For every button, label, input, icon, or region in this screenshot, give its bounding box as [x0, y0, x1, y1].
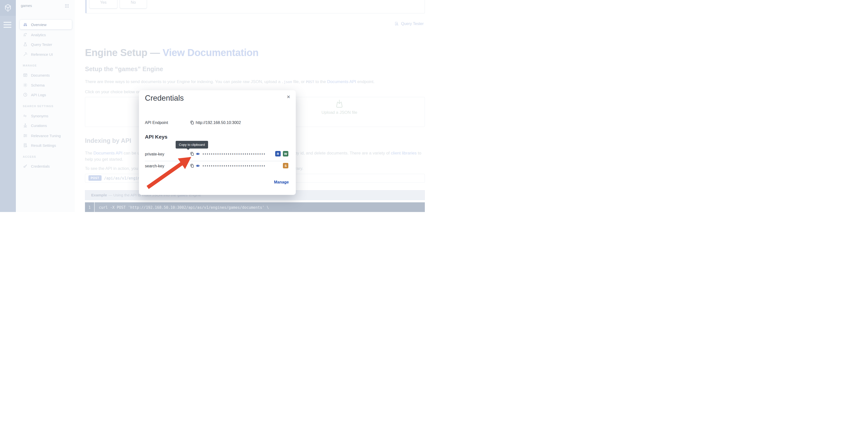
magic-wand-icon [23, 52, 28, 57]
clock-icon [23, 92, 28, 97]
sidebar-item-label: Query Tester [31, 43, 52, 47]
row-divider [145, 161, 290, 161]
sidebar-item-analytics[interactable]: Analytics [20, 30, 72, 39]
sidebar-section-access: ACCESS [23, 155, 36, 158]
show-private-key-eye-icon[interactable] [196, 152, 200, 156]
document-list-icon [23, 73, 28, 78]
yes-button[interactable]: Yes [89, 0, 117, 8]
sidebar-item-label: Credentials [31, 164, 50, 168]
upload-tray-icon [335, 100, 344, 108]
sliders-icon [23, 133, 28, 138]
search-key-label: search-key [145, 164, 164, 168]
left-rail [0, 0, 16, 212]
sidebar-item-curations[interactable]: Curations [20, 121, 72, 130]
post-code: POST [306, 80, 314, 84]
sidebar-item-label: Documents [31, 73, 50, 77]
sort-up-icon [23, 123, 28, 128]
cube-logo-icon [3, 3, 12, 12]
sidebar-item-documents[interactable]: Documents [20, 70, 72, 80]
indexing-heading: Indexing by API [85, 137, 131, 144]
show-search-key-eye-icon[interactable] [196, 164, 200, 168]
documents-api-link[interactable]: Documents API [327, 79, 356, 84]
sidebar-item-reference-ui[interactable]: Reference UI [20, 50, 72, 59]
line-number: 1 [85, 202, 95, 212]
sidebar-item-overview[interactable]: Overview [20, 20, 72, 29]
json-ext-code: .json [282, 80, 292, 84]
app-window: games Overview Analytics Qu [0, 0, 434, 212]
sidebar: games Overview Analytics Qu [16, 0, 75, 212]
document-gear-icon [23, 143, 28, 148]
sidebar-item-schema[interactable]: Schema [20, 80, 72, 90]
app-logo[interactable] [0, 0, 16, 16]
credentials-modal: Credentials ✕ API Endpoint http://192.16… [139, 90, 296, 195]
client-libraries-link[interactable]: client libraries [391, 151, 417, 156]
sidebar-item-label: API Logs [31, 93, 46, 97]
key-icon [23, 164, 28, 169]
engine-title: games [21, 3, 32, 8]
sidebar-item-label: Schema [31, 83, 44, 87]
intro-paragraph: There are three ways to send documents t… [85, 79, 425, 85]
sidebar-item-relevance-tuning[interactable]: Relevance Tuning [20, 131, 72, 140]
sidebar-item-label: Overview [31, 23, 46, 27]
gear-icon [23, 83, 28, 87]
binoculars-icon [23, 22, 28, 27]
sidebar-item-label: Synonyms [31, 114, 48, 118]
close-icon[interactable]: ✕ [287, 94, 290, 100]
waves-icon [23, 113, 28, 118]
sidebar-item-query-tester[interactable]: Query Tester [20, 40, 72, 49]
apps-grid-icon[interactable] [65, 4, 69, 8]
write-badge: W [283, 151, 288, 157]
copy-private-key-icon[interactable] [190, 151, 194, 156]
sidebar-item-credentials[interactable]: Credentials [20, 162, 72, 171]
sidebar-section-search-settings: SEARCH SETTINGS [23, 105, 54, 108]
read-badge: R [275, 151, 281, 157]
no-button[interactable]: No [120, 0, 147, 8]
query-tester-link[interactable]: Query Tester [394, 21, 424, 26]
document-magnifier-icon [394, 21, 399, 26]
copy-tooltip: Copy to clipboard [176, 141, 208, 148]
upload-json-label: Upload a JSON file [305, 110, 374, 115]
curl-command: curl -X POST 'http://192.168.50.10:3002/… [99, 205, 269, 210]
sidebar-item-label: Relevance Tuning [31, 134, 61, 138]
copy-search-key-icon[interactable] [190, 163, 194, 168]
private-key-masked-value: •••••••••••••••••••••••••••••• [203, 152, 266, 156]
search-key-masked-value: •••••••••••••••••••••••••••••• [203, 164, 266, 168]
sidebar-section-manage: MANAGE [23, 64, 37, 67]
upload-json-option[interactable]: Upload a JSON file [305, 100, 374, 115]
sidebar-item-label: Reference UI [31, 52, 53, 57]
search-badge: S [283, 163, 288, 168]
sidebar-item-result-settings[interactable]: Result Settings [20, 141, 72, 150]
sidebar-item-api-logs[interactable]: API Logs [20, 90, 72, 100]
menu-icon[interactable] [3, 22, 11, 28]
private-key-label: private-key [145, 152, 164, 157]
page-title: Engine Setup — View Documentation [85, 47, 259, 58]
sidebar-item-label: Result Settings [31, 143, 56, 147]
api-keys-heading: API Keys [145, 134, 167, 140]
sidebar-item-label: Analytics [31, 33, 46, 37]
curl-code-block: 1 curl -X POST 'http://192.168.50.10:300… [85, 202, 425, 212]
api-endpoint-value: http://192.168.50.10:3002 [196, 120, 241, 125]
copy-endpoint-icon[interactable] [190, 120, 194, 125]
query-tester-label: Query Tester [401, 22, 424, 26]
analytics-chart-icon [23, 32, 28, 37]
manage-link[interactable]: Manage [274, 180, 289, 185]
sidebar-item-synonyms[interactable]: Synonyms [20, 111, 72, 120]
setup-heading: Setup the “games” Engine [85, 65, 163, 73]
modal-title: Credentials [145, 94, 184, 103]
documents-api-link-2[interactable]: Documents API [93, 151, 122, 156]
view-documentation-link[interactable]: View Documentation [162, 47, 258, 58]
api-endpoint-label: API Endpoint [145, 120, 168, 125]
beaker-icon [23, 42, 28, 47]
sidebar-item-label: Curations [31, 123, 47, 128]
post-method-badge: POST [88, 175, 101, 181]
